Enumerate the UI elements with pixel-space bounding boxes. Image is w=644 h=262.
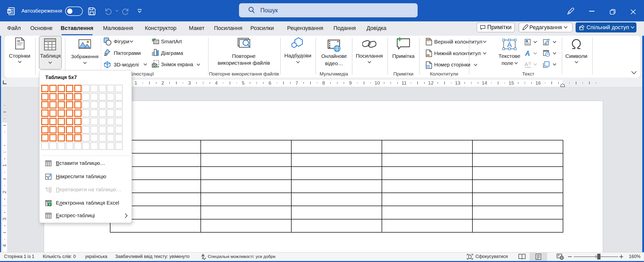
- svg-text:#: #: [427, 65, 429, 68]
- svg-text:A: A: [525, 50, 530, 57]
- svg-text:X: X: [49, 203, 51, 206]
- svg-text:A: A: [525, 61, 528, 67]
- svg-text:A: A: [507, 41, 512, 49]
- svg-text:W: W: [8, 10, 11, 13]
